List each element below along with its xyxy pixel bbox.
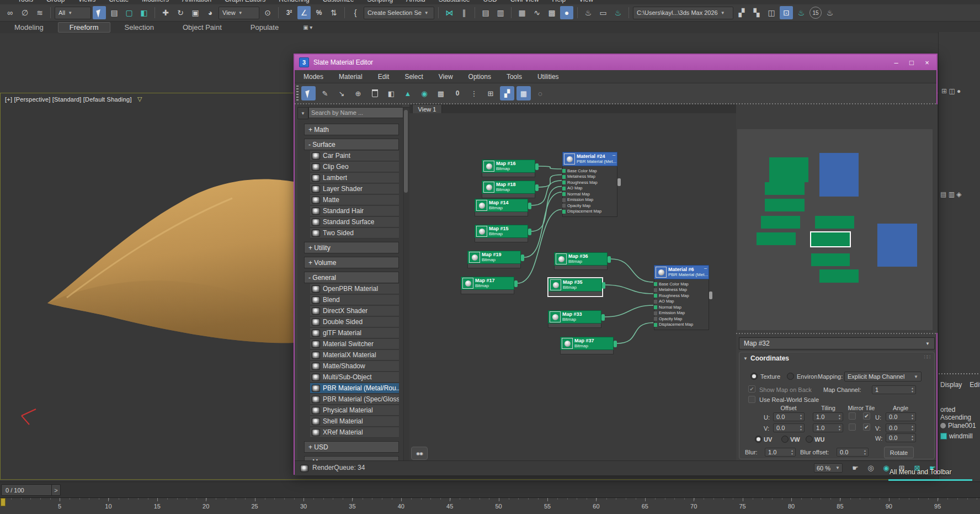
browser-item-matte[interactable]: Matte bbox=[310, 195, 399, 205]
menu-group[interactable]: Group bbox=[46, 0, 65, 3]
editor-menu-select[interactable]: Select bbox=[397, 73, 430, 81]
find-binoculars-button[interactable]: ◉◉ bbox=[411, 447, 428, 460]
edit-named-selection-icon[interactable]: { bbox=[349, 6, 362, 19]
node-wire[interactable] bbox=[539, 166, 562, 169]
browser-category-utility[interactable]: + Utility bbox=[304, 242, 399, 253]
browser-category-usd[interactable]: + USD bbox=[304, 441, 399, 453]
slot-connector-icon[interactable] bbox=[562, 198, 566, 202]
explorer-sort-header[interactable]: orted Ascending bbox=[939, 409, 980, 418]
spinner-icon[interactable]: ▲▼ bbox=[910, 425, 915, 431]
select-tool-icon[interactable] bbox=[301, 86, 316, 100]
browser-item-double-sided[interactable]: Double Sided bbox=[310, 317, 399, 327]
show-standard-maps-icon[interactable]: 0 bbox=[450, 86, 465, 100]
map-node-map-18[interactable]: Map #18Bitmap bbox=[482, 181, 535, 198]
browser-category-math[interactable]: + Math bbox=[304, 124, 399, 135]
parameter-target-dropdown[interactable]: Map #32 ▼ bbox=[739, 337, 935, 349]
menu-civil-view[interactable]: Civil View bbox=[510, 0, 539, 3]
collapse-icon[interactable]: – bbox=[612, 152, 615, 158]
render-setup-icon[interactable]: ♨ bbox=[582, 6, 595, 19]
output-connector-icon[interactable] bbox=[521, 255, 524, 261]
wu-radio[interactable] bbox=[806, 436, 813, 443]
ribbon-tab-object-paint[interactable]: Object Paint bbox=[168, 23, 236, 32]
map-node-map-15[interactable]: Map #15Bitmap bbox=[475, 225, 528, 242]
browser-item-matte-shadow[interactable]: Matte/Shadow bbox=[310, 361, 399, 372]
percent-snap-icon[interactable]: % bbox=[312, 6, 326, 19]
reference-coordinate-dropdown[interactable]: View▼ bbox=[219, 7, 259, 19]
editor-menu-utilities[interactable]: Utilities bbox=[530, 73, 567, 81]
select-and-scale-icon[interactable]: ▣ bbox=[189, 6, 202, 19]
browser-item-pbr-material-metal-rou[interactable]: PBR Material (Metal/Rou... bbox=[310, 383, 399, 394]
mirror-icon[interactable]: ⋈ bbox=[443, 6, 456, 19]
u-tiling-field[interactable]: 1.0▲▼ bbox=[813, 412, 843, 421]
move-children-icon[interactable]: ◧ bbox=[384, 86, 398, 100]
ribbon-tab-freeform[interactable]: Freeform bbox=[58, 22, 110, 33]
editor-titlebar[interactable]: 3 Slate Material Editor bbox=[295, 55, 936, 70]
blur-field[interactable]: 1.0▲▼ bbox=[765, 448, 796, 457]
node-canvas[interactable]: Map #16BitmapMap #18BitmapMap #14BitmapM… bbox=[409, 113, 736, 460]
workspace-icon-a[interactable]: ▞ bbox=[735, 6, 748, 19]
window-crossing-icon[interactable]: ◧ bbox=[137, 6, 151, 19]
workspace-icon-b[interactable]: ▚ bbox=[750, 6, 763, 19]
hide-unused-nodeslots-icon[interactable]: ▲ bbox=[401, 86, 415, 100]
select-object-icon[interactable] bbox=[93, 6, 106, 19]
slot-connector-icon[interactable] bbox=[562, 204, 566, 208]
texture-radio[interactable] bbox=[750, 373, 758, 380]
editor-menu-edit[interactable]: Edit bbox=[370, 73, 397, 81]
slot-row-ao-map[interactable]: AO Map bbox=[563, 186, 617, 192]
pick-material-from-object-icon[interactable]: ✎ bbox=[318, 86, 332, 100]
menu-usd[interactable]: USD bbox=[483, 0, 497, 3]
slot-connector-icon[interactable] bbox=[654, 311, 657, 315]
v-tile-checkbox[interactable]: ✔ bbox=[863, 423, 870, 431]
map-node-map-36[interactable]: Map #36Bitmap bbox=[554, 252, 608, 270]
slot-connector-icon[interactable] bbox=[562, 192, 566, 196]
select-and-link-icon[interactable]: ∞ bbox=[3, 6, 17, 19]
menu-view[interactable]: View bbox=[579, 0, 593, 3]
browser-item-shell-material[interactable]: Shell Material bbox=[310, 416, 399, 427]
map-node-map-17[interactable]: Map #17Bitmap bbox=[461, 277, 514, 294]
navigator-node-proxy[interactable] bbox=[769, 157, 808, 182]
browser-item-car-paint[interactable]: Car Paint bbox=[310, 151, 399, 161]
output-connector-icon[interactable] bbox=[602, 282, 605, 289]
browser-item-materialx-material[interactable]: MaterialX Material bbox=[310, 350, 399, 361]
output-connector-icon[interactable] bbox=[709, 292, 712, 299]
rotate-button[interactable]: Rotate bbox=[884, 447, 914, 458]
toggle-layer-explorer-icon[interactable]: ▥ bbox=[494, 6, 507, 19]
navigator-node-proxy[interactable] bbox=[815, 216, 854, 229]
slot-row-emission-map[interactable]: Emission Map bbox=[563, 197, 617, 203]
u-offset-field[interactable]: 0.0▲▼ bbox=[773, 412, 805, 421]
material-node-material-24[interactable]: Material #24PBR Material (Met...–Base Co… bbox=[562, 152, 617, 217]
menu-arnold[interactable]: Arnold bbox=[406, 0, 425, 3]
slot-connector-icon[interactable] bbox=[562, 175, 566, 179]
slot-connector-icon[interactable] bbox=[562, 169, 566, 173]
render-preview-icon[interactable]: ⋮ bbox=[467, 86, 481, 100]
menu-substance[interactable]: Substance bbox=[439, 0, 470, 3]
assign-material-to-selection-icon[interactable]: ↘ bbox=[334, 86, 349, 100]
menu-create[interactable]: Create bbox=[109, 0, 129, 3]
navigator-node-proxy[interactable] bbox=[877, 224, 917, 267]
browser-item-standard-hair[interactable]: Standard Hair bbox=[310, 206, 399, 216]
slot-row-metalness-map[interactable]: Metalness Map bbox=[563, 174, 617, 180]
select-and-rotate-icon[interactable]: ↻ bbox=[174, 6, 187, 19]
slot-row-displacement-map[interactable]: Displacement Map bbox=[563, 209, 617, 215]
slot-row-metalness-map[interactable]: Metalness Map bbox=[654, 287, 709, 293]
explorer-row-plane001[interactable]: Plane001 bbox=[939, 421, 980, 431]
scrollbar-thumb[interactable] bbox=[404, 110, 408, 193]
spinner-icon[interactable]: ▲▼ bbox=[910, 434, 915, 441]
browser-item-clip-geo[interactable]: Clip Geo bbox=[310, 162, 399, 172]
select-by-name-icon[interactable]: ▤ bbox=[108, 6, 121, 19]
zoom-icon[interactable]: ◎ bbox=[865, 462, 877, 473]
navigator-node-proxy[interactable] bbox=[819, 153, 859, 197]
spinner-icon[interactable]: ▲▼ bbox=[837, 414, 842, 420]
workspace-icon-d[interactable]: ⊡ bbox=[780, 6, 793, 19]
vw-radio[interactable] bbox=[781, 436, 789, 443]
spinner-icon[interactable]: ▲▼ bbox=[910, 414, 915, 420]
toolbar-drag-handle[interactable] bbox=[296, 86, 299, 101]
ribbon-tab-selection[interactable]: Selection bbox=[110, 23, 168, 32]
menu-help[interactable]: Help bbox=[552, 0, 566, 3]
output-connector-icon[interactable] bbox=[535, 184, 539, 191]
browser-category-volume[interactable]: + Volume bbox=[304, 257, 399, 268]
pan-hand-icon[interactable]: ☛ bbox=[849, 462, 861, 473]
navigator-node-proxy[interactable] bbox=[765, 199, 805, 211]
schematic-view-icon[interactable]: ▩ bbox=[545, 6, 558, 19]
isolate-selection-icon[interactable]: ◌ bbox=[533, 86, 547, 100]
